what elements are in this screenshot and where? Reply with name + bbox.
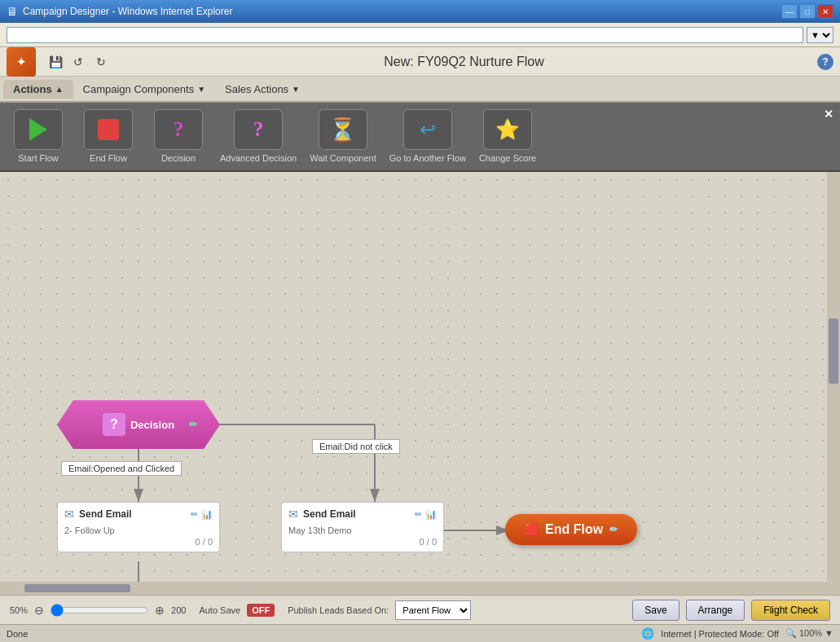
app-container: ✦ 💾 ↺ ↻ New: FY09Q2 Nurture Flow ? Actio… xyxy=(0,47,840,624)
email-envelope-icon-2: ✉ xyxy=(288,508,298,521)
app-icon: 🖥 xyxy=(7,5,18,18)
star-icon: ⭐ xyxy=(495,118,520,141)
decision-label: Decision xyxy=(161,153,196,164)
flight-check-button[interactable]: Flight Check xyxy=(751,600,830,621)
send-email-label-1: Send Email xyxy=(79,508,132,520)
stop-icon xyxy=(98,119,119,140)
palette-wait[interactable]: ⏳ Wait Component xyxy=(310,109,376,164)
goto-flow-label: Go to Another Flow xyxy=(389,153,466,164)
publish-select[interactable]: Parent Flow Current Flow xyxy=(395,600,471,620)
start-flow-label: Start Flow xyxy=(18,153,59,164)
zoom-status-icon[interactable]: 🔍 100% ▼ xyxy=(785,628,833,639)
advanced-decision-label: Advanced Decision xyxy=(220,153,297,164)
flow-canvas[interactable]: ? Decision ✏ Email:Opened and Clicked Em… xyxy=(0,172,840,582)
close-btn[interactable]: ✕ xyxy=(817,4,833,19)
app-logo: ✦ xyxy=(7,47,36,77)
edit-icon-email-1[interactable]: ✏ xyxy=(191,509,198,520)
tab-actions[interactable]: Actions ▲ xyxy=(3,80,73,99)
h-scroll-thumb[interactable] xyxy=(24,584,130,592)
decision-edit-icon-1[interactable]: ✏ xyxy=(189,419,197,430)
tab-sales-label: Sales Actions xyxy=(225,83,288,95)
palette-goto-flow[interactable]: ↩ Go to Another Flow xyxy=(389,109,466,164)
status-bar: Done 🌐 Internet | Protected Mode: Off 🔍 … xyxy=(0,624,840,642)
auto-save-label: Auto Save xyxy=(199,605,240,615)
send-email-label-2: Send Email xyxy=(303,508,356,520)
start-flow-icon-box xyxy=(14,109,63,150)
send-email-header-1: ✉ Send Email ✏ 📊 xyxy=(64,508,213,521)
end-flow-label: End Flow xyxy=(90,153,127,164)
send-email-count-2: 0 / 0 xyxy=(288,537,437,547)
address-bar: ▼ xyxy=(0,23,840,47)
window-title: Campaign Designer - Windows Internet Exp… xyxy=(23,6,781,17)
publish-leads-label: Publish Leads Based On: xyxy=(288,605,389,615)
auto-save-toggle[interactable]: OFF xyxy=(247,604,275,617)
tab-campaign-arrow: ▼ xyxy=(197,85,205,94)
goto-icon-box: ↩ xyxy=(403,109,452,150)
change-score-icon-box: ⭐ xyxy=(483,109,532,150)
address-input[interactable] xyxy=(7,27,803,43)
undo-btn[interactable]: ↺ xyxy=(68,52,88,72)
palette-advanced-decision[interactable]: ? Advanced Decision xyxy=(220,109,297,164)
tab-sales-arrow: ▼ xyxy=(292,85,300,94)
scroll-thumb-v[interactable] xyxy=(829,319,838,384)
palette-start-flow[interactable]: Start Flow xyxy=(10,109,67,164)
security-label: Internet | Protected Mode: Off xyxy=(661,629,779,639)
minimize-btn[interactable]: — xyxy=(781,4,798,19)
status-done-text: Done xyxy=(7,629,28,639)
window-controls: — □ ✕ xyxy=(781,4,833,19)
goto-icon: ↩ xyxy=(420,118,436,141)
save-button[interactable]: Save xyxy=(632,600,679,621)
decision-node-1[interactable]: ? Decision ✏ xyxy=(57,400,220,449)
help-btn[interactable]: ? xyxy=(817,54,833,70)
palette-end-flow[interactable]: End Flow xyxy=(80,109,137,164)
wait-label: Wait Component xyxy=(310,153,376,164)
address-select[interactable]: ▼ xyxy=(807,27,833,43)
tab-actions-label: Actions xyxy=(13,83,52,95)
palette-close-btn[interactable]: ✕ xyxy=(824,108,833,121)
play-icon xyxy=(29,118,47,141)
adv-question-icon: ? xyxy=(253,117,264,142)
send-email-node-1[interactable]: ✉ Send Email ✏ 📊 2- Follow Up 0 / 0 xyxy=(57,502,220,552)
flow-area: ? Decision ✏ Email:Opened and Clicked Em… xyxy=(8,180,790,582)
palette-decision[interactable]: ? Decision xyxy=(150,109,207,164)
node-actions-1: ✏ 📊 xyxy=(191,509,213,520)
zoom-slider[interactable] xyxy=(51,604,148,617)
tab-campaign[interactable]: Campaign Components ▼ xyxy=(73,80,215,99)
end-flow-square-icon: 🟥 xyxy=(525,523,539,536)
question-icon: ? xyxy=(174,117,184,142)
decision-label-1: Decision xyxy=(130,419,174,431)
edit-icon-email-2[interactable]: ✏ xyxy=(415,509,422,520)
chart-icon-email-2[interactable]: 📊 xyxy=(425,509,437,520)
h-scrollbar[interactable] xyxy=(0,582,840,595)
palette: Start Flow End Flow ? Decision ? Advance… xyxy=(0,103,840,172)
hourglass-icon: ⏳ xyxy=(328,117,357,143)
palette-change-score[interactable]: ⭐ Change Score xyxy=(479,109,536,164)
top-toolbar: ✦ 💾 ↺ ↻ New: FY09Q2 Nurture Flow ? xyxy=(0,47,840,77)
save-btn[interactable]: 💾 xyxy=(46,52,65,72)
wait-icon-box: ⏳ xyxy=(319,109,367,150)
end-flow-icon-box xyxy=(84,109,133,150)
tab-sales[interactable]: Sales Actions ▼ xyxy=(215,80,310,99)
security-icon: 🌐 xyxy=(641,627,654,640)
advanced-decision-icon-box: ? xyxy=(234,109,283,150)
status-right: 🌐 Internet | Protected Mode: Off 🔍 100% … xyxy=(641,627,833,640)
email-envelope-icon-1: ✉ xyxy=(64,508,74,521)
send-email-node-2[interactable]: ✉ Send Email ✏ 📊 May 13th Demo 0 / 0 xyxy=(281,502,444,552)
end-flow-node[interactable]: 🟥 End Flow ✏ xyxy=(505,514,637,545)
zoom-max-label: 200 xyxy=(171,605,186,615)
tab-bar: Actions ▲ Campaign Components ▼ Sales Ac… xyxy=(0,77,840,103)
page-title: New: FY09Q2 Nurture Flow xyxy=(114,55,814,69)
arrange-button[interactable]: Arrange xyxy=(686,600,745,621)
zoom-minus-icon[interactable]: ⊖ xyxy=(34,604,44,617)
chart-icon-email-1[interactable]: 📊 xyxy=(201,509,213,520)
decision-question-icon-1: ? xyxy=(103,413,125,436)
end-flow-edit-icon[interactable]: ✏ xyxy=(609,524,618,535)
bottom-bar: 50% ⊖ ⊕ 200 Auto Save OFF Publish Leads … xyxy=(0,595,840,624)
maximize-btn[interactable]: □ xyxy=(799,4,816,19)
canvas-scrollbar-v[interactable] xyxy=(827,172,840,582)
end-flow-label: End Flow xyxy=(545,522,603,537)
send-email-sub-1: 2- Follow Up xyxy=(64,524,213,537)
title-bar: 🖥 Campaign Designer - Windows Internet E… xyxy=(0,0,840,23)
redo-btn[interactable]: ↻ xyxy=(91,52,111,72)
zoom-plus-icon[interactable]: ⊕ xyxy=(155,604,165,617)
